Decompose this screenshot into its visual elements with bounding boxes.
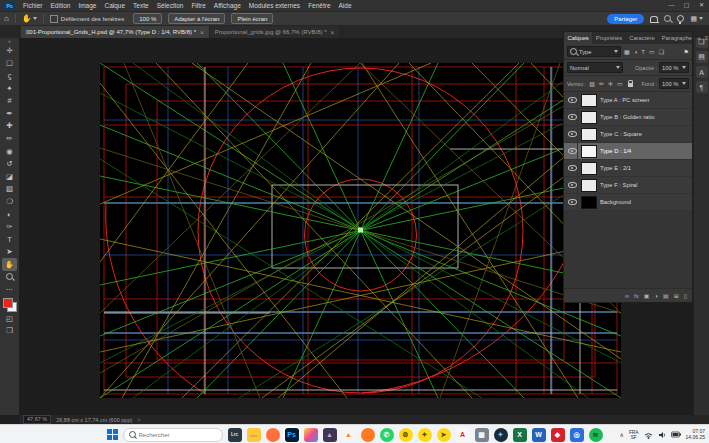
taskbar-app-blue[interactable]: ◎ (570, 428, 584, 442)
blur-tool[interactable]: ❍ (2, 195, 17, 208)
blend-mode-select[interactable]: Normal (567, 62, 623, 73)
lock-pixels-icon[interactable]: ✏ (598, 80, 605, 87)
layer-row-type-a[interactable]: Type A : PC screen (564, 92, 692, 109)
taskbar-app-vlc[interactable]: ▲ (342, 428, 356, 442)
taskbar-app-orange[interactable] (361, 428, 375, 442)
move-tool[interactable]: ✛ (2, 44, 17, 57)
hand-tool[interactable]: ✋ (2, 258, 17, 271)
taskbar-app-excel[interactable]: X (513, 428, 527, 442)
layer-styles-icon[interactable]: fx (634, 293, 639, 299)
taskbar-app-dark-round[interactable]: ✦ (494, 428, 508, 442)
taskbar-app-media[interactable]: ▲ (323, 428, 337, 442)
gradient-tool[interactable]: ▧ (2, 183, 17, 196)
adjustment-layer-icon[interactable]: ◑ (654, 293, 658, 299)
history-brush-tool[interactable]: ↺ (2, 157, 17, 170)
layer-thumbnail[interactable] (581, 128, 597, 141)
menu-edition[interactable]: Edition (47, 0, 75, 11)
taskbar-app-word[interactable]: W (532, 428, 546, 442)
home-icon[interactable]: ⌂ (0, 14, 13, 23)
document-canvas[interactable] (100, 63, 621, 398)
filter-shape-icon[interactable]: ▭ (648, 48, 656, 55)
layer-row-type-d-selected[interactable]: Type D : 1/4 (564, 143, 692, 160)
lock-artboard-icon[interactable]: ▭ (616, 80, 624, 87)
taskbar-app-lightroom[interactable]: Lrc (228, 428, 242, 442)
type-tool[interactable]: T (2, 233, 17, 246)
quick-selection-tool[interactable]: ✦ (2, 82, 17, 95)
lock-position-icon[interactable]: ✛ (607, 80, 614, 87)
eraser-tool[interactable]: ◪ (2, 170, 17, 183)
layer-thumbnail[interactable] (581, 94, 597, 107)
eye-cell[interactable] (568, 126, 578, 142)
filter-smart-object-icon[interactable]: ❏ (658, 48, 665, 55)
crop-tool[interactable]: # (2, 94, 17, 107)
add-mask-icon[interactable]: ▣ (644, 292, 650, 299)
zoom-level-field[interactable]: 47,67 % (23, 415, 51, 424)
layer-row-type-f[interactable]: Type F : Spiral (564, 177, 692, 194)
layer-row-type-e[interactable]: Type E : 2/1 (564, 160, 692, 177)
taskbar-app-whatsapp[interactable]: ✆ (380, 428, 394, 442)
eye-cell[interactable] (568, 109, 578, 125)
menu-modules-externes[interactable]: Modules externes (245, 0, 304, 11)
link-layers-icon[interactable]: ∞ (625, 293, 629, 299)
delete-layer-icon[interactable]: ▯ (684, 292, 687, 299)
panel-collapse-icon[interactable]: » (695, 32, 702, 44)
menu-filtre[interactable]: Filtre (187, 0, 209, 11)
panel-menu-icon[interactable]: ≡ (703, 32, 709, 44)
search-input[interactable] (139, 432, 199, 438)
menu-affichage[interactable]: Affichage (210, 0, 245, 11)
filter-pixel-icon[interactable]: ▦ (623, 48, 631, 55)
pen-tool[interactable]: ✑ (2, 220, 17, 233)
filter-adjustment-icon[interactable]: ◑ (633, 49, 639, 55)
opacity-select[interactable]: 100 % (659, 62, 689, 73)
dock-character-icon[interactable]: A (696, 66, 708, 78)
menu-texte[interactable]: Texte (129, 0, 153, 11)
layer-row-background[interactable]: Background (564, 194, 692, 211)
minimize-button[interactable]: — (664, 0, 679, 11)
taskbar-app-yellow-2[interactable]: ✦ (418, 428, 432, 442)
tab-paragraphe[interactable]: Paragraphe (658, 32, 695, 44)
taskbar-search[interactable] (123, 428, 223, 442)
menu-selection[interactable]: Sélection (153, 0, 188, 11)
taskbar-app-yellow-3[interactable]: ➤ (437, 428, 451, 442)
hand-tool-preset-icon[interactable]: ✋ (18, 14, 41, 23)
tray-overflow-chevron[interactable]: ∧ (620, 431, 624, 438)
zoom-tool[interactable] (2, 271, 17, 284)
start-button[interactable] (107, 429, 118, 440)
layer-row-type-c[interactable]: Type C : Square (564, 126, 692, 143)
taskbar-app-calculator[interactable]: ▦ (475, 428, 489, 442)
layer-row-type-b[interactable]: Type B : Golden ratio (564, 109, 692, 126)
tab-close-icon[interactable]: × (200, 29, 204, 36)
taskbar-app-photos[interactable] (304, 428, 318, 442)
tab-proprietes[interactable]: Propriétés (592, 32, 625, 44)
wifi-icon[interactable] (644, 431, 653, 439)
taskbar-app-red[interactable]: ◆ (551, 428, 565, 442)
scroll-all-windows-checkbox[interactable] (50, 15, 58, 23)
workspace-switcher[interactable]: ▦ (690, 15, 703, 23)
healing-brush-tool[interactable]: ✚ (2, 120, 17, 133)
taskbar-app-file-explorer[interactable]: ▬ (247, 428, 261, 442)
eye-cell[interactable] (568, 177, 578, 193)
zoom-100-button[interactable]: 100 % (133, 13, 162, 24)
lock-all-icon[interactable] (628, 83, 633, 87)
dock-libraries-icon[interactable]: ▤ (696, 51, 708, 63)
taskbar-app-acrobat[interactable]: A (456, 428, 470, 442)
eye-cell[interactable] (568, 92, 578, 108)
brush-tool[interactable]: ✏ (2, 132, 17, 145)
taskbar-app-green-round[interactable]: ≋ (589, 428, 603, 442)
lasso-tool[interactable]: ϛ (2, 69, 17, 82)
tab-close-icon[interactable]: × (331, 29, 335, 36)
layer-thumbnail[interactable] (581, 162, 597, 175)
screen-mode-icon[interactable]: ❐ (2, 324, 17, 337)
dock-paragraph-icon[interactable]: ¶ (696, 81, 708, 93)
taskbar-app-photoshop[interactable]: Ps (285, 428, 299, 442)
layer-thumbnail[interactable] (581, 179, 597, 192)
more-tools[interactable]: ⋯ (2, 283, 17, 296)
fit-screen-button[interactable]: Adapter à l'écran (168, 13, 225, 24)
filter-kind-select[interactable]: Type (567, 46, 621, 57)
menu-calque[interactable]: Calque (100, 0, 129, 11)
notifications-bell-icon[interactable] (650, 16, 658, 22)
menu-image[interactable]: Image (74, 0, 100, 11)
battery-icon[interactable] (671, 431, 681, 438)
foreground-color-swatch[interactable] (3, 298, 13, 308)
layer-thumbnail[interactable] (581, 111, 597, 124)
